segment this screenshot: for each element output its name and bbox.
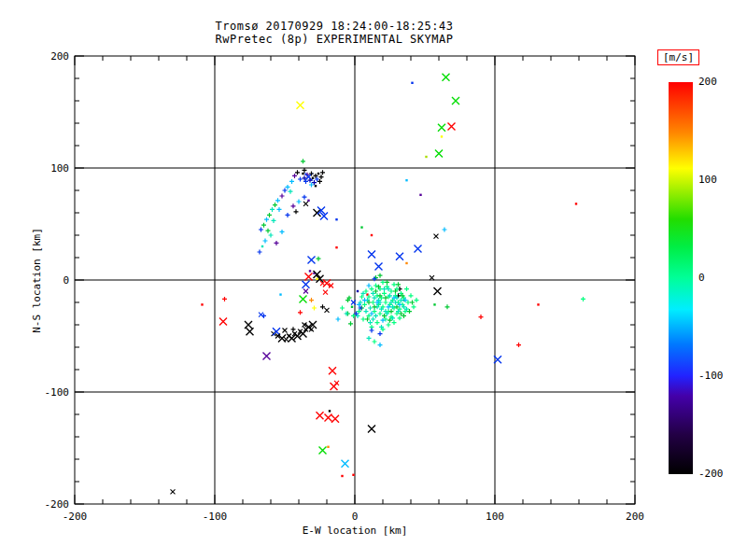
data-point [407,309,412,314]
data-point [382,291,387,296]
x-tick-label: -200 [63,511,88,523]
data-point [448,123,456,131]
data-point [581,297,585,301]
data-point [305,273,313,280]
data-point [297,200,302,204]
data-point [261,223,266,228]
data-point [415,245,422,252]
data-point [298,310,303,315]
colorbar [669,82,693,474]
data-point [303,281,310,288]
data-point [329,410,331,412]
data-point [516,343,521,347]
data-point [263,353,271,360]
data-point [272,218,276,223]
x-tick-label: 0 [352,511,359,523]
data-point [267,213,272,217]
x-tick-label: 100 [486,511,504,523]
data-point [374,314,378,318]
data-point [291,203,296,208]
data-point [360,226,362,228]
skymap-app: { "title": { "line1": "Tromsø 20170929 1… [0,0,747,560]
x-tick-label: -100 [203,511,228,523]
data-point [247,328,254,335]
data-point [398,315,402,320]
data-point [275,241,279,245]
data-point [399,298,403,302]
data-point [309,298,314,302]
data-point [371,291,375,296]
data-point [270,207,275,212]
data-point [320,170,325,175]
data-point [336,317,341,322]
data-point [373,304,377,309]
data-point [434,234,439,239]
data-point [396,282,401,287]
data-point [352,474,354,476]
y-tick-label: -100 [45,386,70,399]
data-point [404,287,409,291]
y-tick-label: 0 [63,274,69,287]
y-tick-label: -200 [45,498,70,511]
data-point [309,183,314,188]
data-point [312,177,314,179]
colorbar-tick-label: 100 [698,175,743,186]
data-point [297,102,304,109]
colorbar-tick-label: 200 [698,77,743,88]
data-point [378,273,383,278]
data-point [435,149,443,157]
data-point [286,185,290,189]
data-point [479,315,484,319]
data-point [361,317,366,322]
data-point [292,174,297,178]
data-point [325,308,330,313]
colorbar-tick-label: 0 [698,273,743,284]
data-point [399,312,403,316]
data-point [393,301,398,305]
data-point [425,156,427,158]
data-point [370,329,374,333]
data-point [316,278,317,280]
data-point [409,293,414,298]
data-point [341,475,343,477]
data-point [280,230,285,234]
data-point [298,177,303,182]
data-point [329,367,336,374]
data-point [342,460,349,468]
data-point [433,303,435,305]
data-point [378,331,383,336]
colorbar-tick-label: -200 [698,469,743,480]
data-point [317,257,321,261]
data-point [378,343,383,347]
data-point [291,327,296,331]
data-point [438,124,445,132]
data-point [312,180,317,185]
data-point [245,321,252,329]
data-point [303,168,307,173]
data-point [362,302,367,307]
data-point [371,317,375,322]
data-point [283,329,288,333]
data-point [264,217,269,222]
data-point [367,284,372,288]
data-point [370,287,374,291]
data-point [411,82,413,84]
x-tick-label: 200 [626,511,644,523]
data-point [331,415,339,423]
data-point [280,194,285,199]
data-point [412,304,416,309]
data-point [327,446,329,448]
data-point [373,296,377,301]
data-point [385,280,389,285]
data-point [389,289,394,294]
data-point [317,412,324,419]
data-point [325,414,332,422]
colorbar-tick-label: -100 [698,371,743,382]
data-point [362,298,367,302]
data-point [307,200,309,202]
data-point [441,135,443,137]
data-point [300,295,307,302]
data-point [364,289,369,294]
data-point [335,246,337,248]
data-point [340,306,345,311]
